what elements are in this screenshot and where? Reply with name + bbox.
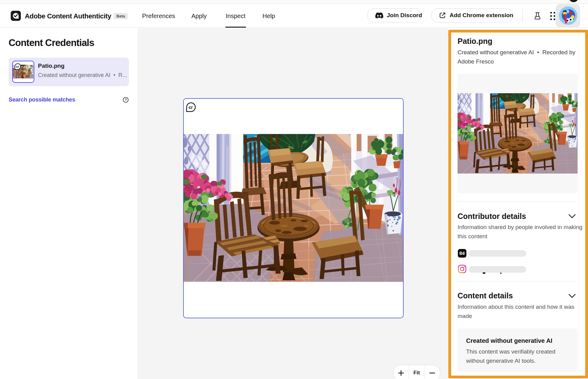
svg-text:cr: cr [189,105,193,110]
svg-text:cr: cr [16,65,19,68]
svg-text:?: ? [125,98,126,101]
